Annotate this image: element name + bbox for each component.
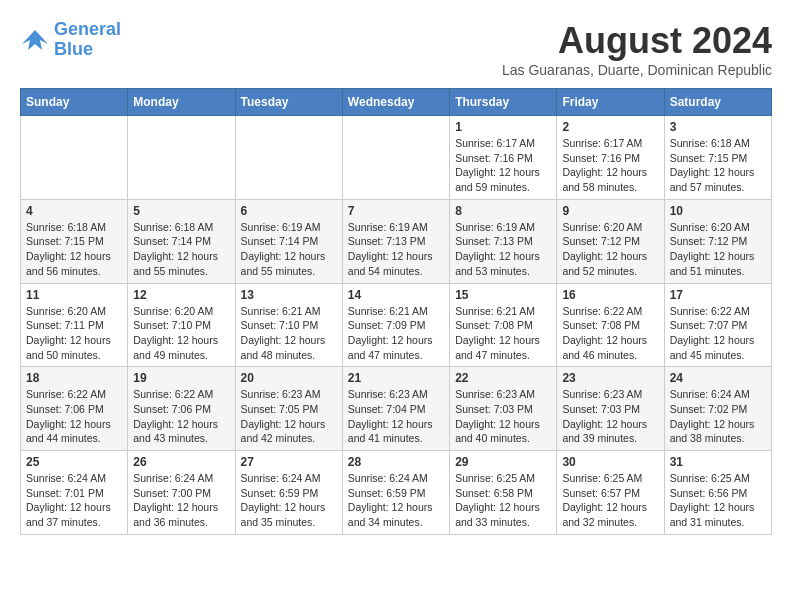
calendar-cell: 3Sunrise: 6:18 AMSunset: 7:15 PMDaylight…: [664, 116, 771, 200]
calendar-cell: 9Sunrise: 6:20 AMSunset: 7:12 PMDaylight…: [557, 199, 664, 283]
day-number: 15: [455, 288, 551, 302]
day-info: Sunrise: 6:19 AMSunset: 7:14 PMDaylight:…: [241, 220, 337, 279]
day-info: Sunrise: 6:24 AMSunset: 7:00 PMDaylight:…: [133, 471, 229, 530]
day-number: 31: [670, 455, 766, 469]
day-info: Sunrise: 6:20 AMSunset: 7:12 PMDaylight:…: [670, 220, 766, 279]
calendar-cell: 23Sunrise: 6:23 AMSunset: 7:03 PMDayligh…: [557, 367, 664, 451]
day-info: Sunrise: 6:22 AMSunset: 7:07 PMDaylight:…: [670, 304, 766, 363]
title-block: August 2024 Las Guaranas, Duarte, Domini…: [502, 20, 772, 78]
logo-text: General Blue: [54, 20, 121, 60]
day-number: 3: [670, 120, 766, 134]
day-info: Sunrise: 6:23 AMSunset: 7:03 PMDaylight:…: [562, 387, 658, 446]
day-number: 13: [241, 288, 337, 302]
weekday-header: Sunday: [21, 89, 128, 116]
calendar-cell: [235, 116, 342, 200]
day-info: Sunrise: 6:19 AMSunset: 7:13 PMDaylight:…: [455, 220, 551, 279]
weekday-header: Saturday: [664, 89, 771, 116]
calendar-cell: 11Sunrise: 6:20 AMSunset: 7:11 PMDayligh…: [21, 283, 128, 367]
day-info: Sunrise: 6:21 AMSunset: 7:09 PMDaylight:…: [348, 304, 444, 363]
day-info: Sunrise: 6:23 AMSunset: 7:03 PMDaylight:…: [455, 387, 551, 446]
day-number: 11: [26, 288, 122, 302]
svg-marker-0: [22, 30, 48, 50]
day-number: 1: [455, 120, 551, 134]
day-number: 7: [348, 204, 444, 218]
calendar-cell: 4Sunrise: 6:18 AMSunset: 7:15 PMDaylight…: [21, 199, 128, 283]
day-number: 21: [348, 371, 444, 385]
calendar-cell: 13Sunrise: 6:21 AMSunset: 7:10 PMDayligh…: [235, 283, 342, 367]
calendar-cell: 18Sunrise: 6:22 AMSunset: 7:06 PMDayligh…: [21, 367, 128, 451]
calendar-cell: 8Sunrise: 6:19 AMSunset: 7:13 PMDaylight…: [450, 199, 557, 283]
calendar-cell: 6Sunrise: 6:19 AMSunset: 7:14 PMDaylight…: [235, 199, 342, 283]
calendar-cell: [342, 116, 449, 200]
day-info: Sunrise: 6:20 AMSunset: 7:12 PMDaylight:…: [562, 220, 658, 279]
day-number: 19: [133, 371, 229, 385]
calendar-cell: 1Sunrise: 6:17 AMSunset: 7:16 PMDaylight…: [450, 116, 557, 200]
logo-icon: [20, 26, 50, 54]
day-number: 27: [241, 455, 337, 469]
day-number: 12: [133, 288, 229, 302]
weekday-header: Thursday: [450, 89, 557, 116]
calendar-cell: 29Sunrise: 6:25 AMSunset: 6:58 PMDayligh…: [450, 451, 557, 535]
day-info: Sunrise: 6:21 AMSunset: 7:10 PMDaylight:…: [241, 304, 337, 363]
day-number: 6: [241, 204, 337, 218]
day-info: Sunrise: 6:17 AMSunset: 7:16 PMDaylight:…: [455, 136, 551, 195]
calendar-cell: 15Sunrise: 6:21 AMSunset: 7:08 PMDayligh…: [450, 283, 557, 367]
logo-line1: General: [54, 19, 121, 39]
calendar-cell: [128, 116, 235, 200]
day-number: 20: [241, 371, 337, 385]
day-number: 16: [562, 288, 658, 302]
day-info: Sunrise: 6:22 AMSunset: 7:06 PMDaylight:…: [26, 387, 122, 446]
day-number: 14: [348, 288, 444, 302]
day-number: 9: [562, 204, 658, 218]
day-info: Sunrise: 6:24 AMSunset: 7:01 PMDaylight:…: [26, 471, 122, 530]
calendar-cell: 12Sunrise: 6:20 AMSunset: 7:10 PMDayligh…: [128, 283, 235, 367]
calendar-cell: 31Sunrise: 6:25 AMSunset: 6:56 PMDayligh…: [664, 451, 771, 535]
day-number: 22: [455, 371, 551, 385]
day-number: 30: [562, 455, 658, 469]
weekday-header-row: SundayMondayTuesdayWednesdayThursdayFrid…: [21, 89, 772, 116]
calendar-cell: 7Sunrise: 6:19 AMSunset: 7:13 PMDaylight…: [342, 199, 449, 283]
day-number: 29: [455, 455, 551, 469]
calendar-cell: 25Sunrise: 6:24 AMSunset: 7:01 PMDayligh…: [21, 451, 128, 535]
calendar-cell: 21Sunrise: 6:23 AMSunset: 7:04 PMDayligh…: [342, 367, 449, 451]
day-number: 2: [562, 120, 658, 134]
calendar-cell: [21, 116, 128, 200]
location-subtitle: Las Guaranas, Duarte, Dominican Republic: [502, 62, 772, 78]
day-info: Sunrise: 6:18 AMSunset: 7:15 PMDaylight:…: [26, 220, 122, 279]
calendar-week-row: 25Sunrise: 6:24 AMSunset: 7:01 PMDayligh…: [21, 451, 772, 535]
day-number: 25: [26, 455, 122, 469]
calendar-cell: 17Sunrise: 6:22 AMSunset: 7:07 PMDayligh…: [664, 283, 771, 367]
calendar-week-row: 1Sunrise: 6:17 AMSunset: 7:16 PMDaylight…: [21, 116, 772, 200]
day-number: 28: [348, 455, 444, 469]
day-number: 23: [562, 371, 658, 385]
page-header: General Blue August 2024 Las Guaranas, D…: [20, 20, 772, 78]
calendar-cell: 22Sunrise: 6:23 AMSunset: 7:03 PMDayligh…: [450, 367, 557, 451]
day-info: Sunrise: 6:23 AMSunset: 7:04 PMDaylight:…: [348, 387, 444, 446]
day-info: Sunrise: 6:24 AMSunset: 6:59 PMDaylight:…: [241, 471, 337, 530]
calendar-cell: 28Sunrise: 6:24 AMSunset: 6:59 PMDayligh…: [342, 451, 449, 535]
day-info: Sunrise: 6:22 AMSunset: 7:08 PMDaylight:…: [562, 304, 658, 363]
day-info: Sunrise: 6:18 AMSunset: 7:14 PMDaylight:…: [133, 220, 229, 279]
day-info: Sunrise: 6:24 AMSunset: 7:02 PMDaylight:…: [670, 387, 766, 446]
day-number: 24: [670, 371, 766, 385]
calendar-week-row: 11Sunrise: 6:20 AMSunset: 7:11 PMDayligh…: [21, 283, 772, 367]
weekday-header: Wednesday: [342, 89, 449, 116]
day-info: Sunrise: 6:20 AMSunset: 7:11 PMDaylight:…: [26, 304, 122, 363]
weekday-header: Monday: [128, 89, 235, 116]
calendar-cell: 27Sunrise: 6:24 AMSunset: 6:59 PMDayligh…: [235, 451, 342, 535]
calendar-cell: 16Sunrise: 6:22 AMSunset: 7:08 PMDayligh…: [557, 283, 664, 367]
logo-line2: Blue: [54, 39, 93, 59]
day-info: Sunrise: 6:18 AMSunset: 7:15 PMDaylight:…: [670, 136, 766, 195]
day-info: Sunrise: 6:22 AMSunset: 7:06 PMDaylight:…: [133, 387, 229, 446]
day-number: 10: [670, 204, 766, 218]
day-info: Sunrise: 6:19 AMSunset: 7:13 PMDaylight:…: [348, 220, 444, 279]
day-number: 26: [133, 455, 229, 469]
day-info: Sunrise: 6:25 AMSunset: 6:57 PMDaylight:…: [562, 471, 658, 530]
logo: General Blue: [20, 20, 121, 60]
calendar-cell: 20Sunrise: 6:23 AMSunset: 7:05 PMDayligh…: [235, 367, 342, 451]
calendar-cell: 14Sunrise: 6:21 AMSunset: 7:09 PMDayligh…: [342, 283, 449, 367]
day-info: Sunrise: 6:21 AMSunset: 7:08 PMDaylight:…: [455, 304, 551, 363]
calendar-cell: 10Sunrise: 6:20 AMSunset: 7:12 PMDayligh…: [664, 199, 771, 283]
weekday-header: Friday: [557, 89, 664, 116]
day-info: Sunrise: 6:25 AMSunset: 6:58 PMDaylight:…: [455, 471, 551, 530]
